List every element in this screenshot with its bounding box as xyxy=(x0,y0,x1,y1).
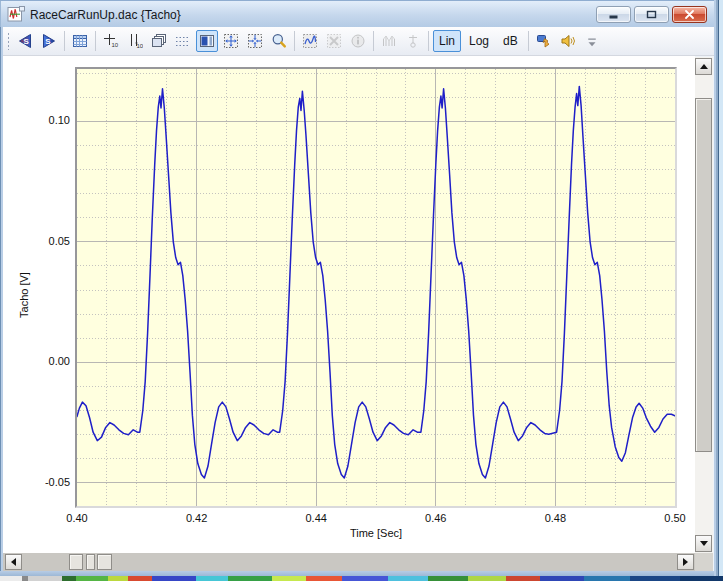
info-button xyxy=(347,30,369,52)
toolbar-separator xyxy=(294,31,295,51)
up-arrow-icon xyxy=(700,64,708,69)
grid-toggle-button[interactable] xyxy=(172,30,194,52)
left-arrow-icon xyxy=(11,558,16,566)
zoom-window-button[interactable] xyxy=(244,30,266,52)
vertical-scrollbar-thumb[interactable] xyxy=(695,98,712,452)
app-icon xyxy=(7,6,25,22)
hand-press-icon xyxy=(536,33,552,49)
plot-wrap xyxy=(75,67,677,508)
cursor-h-10-icon: 10 xyxy=(103,33,119,49)
toolbar-grip[interactable] xyxy=(7,32,10,50)
caption-buttons xyxy=(596,6,707,23)
toolbar-separator xyxy=(95,31,96,51)
y-tick-label: -0.05 xyxy=(26,476,70,488)
horizontal-scrollbar[interactable] xyxy=(3,553,695,571)
window-left-border xyxy=(0,27,3,576)
toolbar-separator xyxy=(64,31,65,51)
delete-curve-button xyxy=(323,30,345,52)
single-panel-view-button[interactable] xyxy=(196,30,218,52)
svg-text:10: 10 xyxy=(112,42,119,48)
svg-text:S: S xyxy=(45,37,51,46)
plumb-icon xyxy=(405,33,421,49)
h-scroll-thumb-segment[interactable] xyxy=(86,554,95,570)
speaker-icon xyxy=(560,33,576,49)
triangle-right-s-icon: S xyxy=(41,33,57,49)
mask-curve-button[interactable] xyxy=(299,30,321,52)
x-tick-label: 0.44 xyxy=(298,512,334,524)
title-bar[interactable]: RaceCarRunUp.dac {Tacho} xyxy=(0,0,714,27)
previous-segment-button[interactable]: S xyxy=(14,30,36,52)
x-tick-label: 0.46 xyxy=(418,512,454,524)
layers-icon xyxy=(151,33,167,49)
magnifier-icon xyxy=(271,33,287,49)
y-tick-label: 0.10 xyxy=(26,114,70,126)
db-scale-button[interactable]: dB xyxy=(497,30,524,52)
horizontal-cursor-button[interactable]: 10 xyxy=(100,30,122,52)
masked-x-icon xyxy=(326,33,342,49)
log-scale-button[interactable]: Log xyxy=(463,30,495,52)
cascade-views-button[interactable] xyxy=(148,30,170,52)
y-tick-label: 0.00 xyxy=(26,355,70,367)
spectrum-button xyxy=(378,30,400,52)
scrollbar-corner xyxy=(695,553,713,571)
screen: RaceCarRunUp.dac {Tacho} SS1010LinLogdB … xyxy=(0,0,723,581)
marker-button xyxy=(402,30,424,52)
x-tick-label: 0.40 xyxy=(59,512,95,524)
window-title: RaceCarRunUp.dac {Tacho} xyxy=(30,8,181,22)
vertical-cursor-button[interactable]: 10 xyxy=(124,30,146,52)
toolbar-separator xyxy=(428,31,429,51)
scroll-up-button[interactable] xyxy=(695,58,712,75)
cursor-v-10-icon: 10 xyxy=(127,33,143,49)
comb-icon xyxy=(381,33,397,49)
vertical-scrollbar[interactable] xyxy=(695,57,713,553)
magnify-button[interactable] xyxy=(268,30,290,52)
right-arrow-icon xyxy=(683,558,688,566)
toolbar-separator xyxy=(528,31,529,51)
info-icon xyxy=(350,33,366,49)
x-tick-label: 0.42 xyxy=(179,512,215,524)
svg-text:S: S xyxy=(24,37,30,46)
scroll-left-button[interactable] xyxy=(5,554,22,570)
table-grid-icon xyxy=(72,33,88,49)
linear-scale-button[interactable]: Lin xyxy=(433,30,461,52)
zoom-extents-icon xyxy=(223,33,239,49)
close-button[interactable] xyxy=(672,6,707,23)
x-axis-label: Time [Sec] xyxy=(316,527,436,539)
x-tick-label: 0.48 xyxy=(537,512,573,524)
y-tick-label: 0.05 xyxy=(26,235,70,247)
scroll-down-button[interactable] xyxy=(695,535,712,552)
background-spectrogram-sliver xyxy=(0,576,723,581)
dotted-rows-icon xyxy=(175,33,191,49)
play-audio-button[interactable] xyxy=(557,30,579,52)
zoom-window-icon xyxy=(247,33,263,49)
next-segment-button[interactable]: S xyxy=(38,30,60,52)
svg-text:10: 10 xyxy=(137,43,144,49)
h-scroll-thumb-segment[interactable] xyxy=(69,554,83,570)
h-scroll-thumb-segment[interactable] xyxy=(97,554,112,570)
export-button[interactable] xyxy=(533,30,555,52)
down-arrow-icon xyxy=(700,541,708,546)
y-axis-label: Tacho [V] xyxy=(18,272,30,318)
toolbar-overflow-button[interactable] xyxy=(587,31,597,51)
split-panel-icon xyxy=(199,33,215,49)
overflow-icon xyxy=(587,31,597,51)
toolbar-separator xyxy=(373,31,374,51)
triangle-left-s-icon: S xyxy=(17,33,33,49)
minimize-button[interactable] xyxy=(596,6,631,23)
zoom-extents-button[interactable] xyxy=(220,30,242,52)
toolbar: SS1010LinLogdB xyxy=(3,27,714,56)
x-tick-label: 0.50 xyxy=(657,512,693,524)
masked-wave-icon xyxy=(302,33,318,49)
data-table-button[interactable] xyxy=(69,30,91,52)
maximize-button[interactable] xyxy=(634,6,669,23)
window-right-border xyxy=(714,0,723,576)
waveform-svg xyxy=(77,69,675,506)
scroll-right-button[interactable] xyxy=(677,554,694,570)
